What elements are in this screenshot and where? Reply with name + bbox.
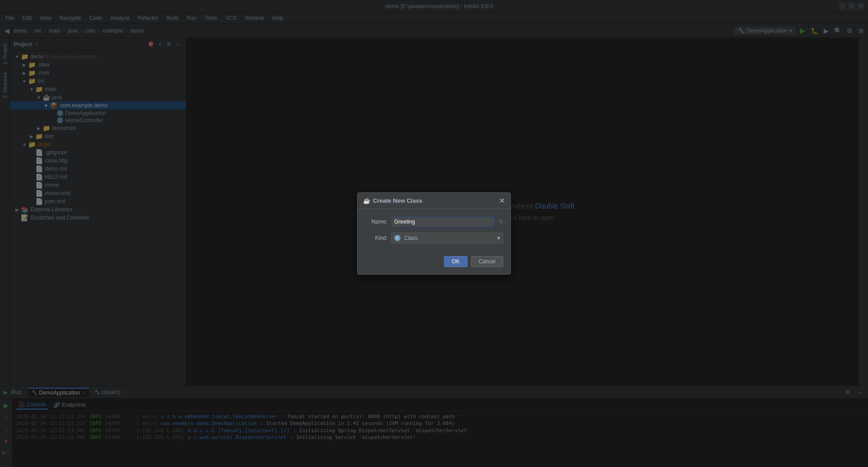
dropdown-arrow-icon: ▾ [497, 235, 500, 241]
sort-icon[interactable]: ⇅ [499, 219, 503, 225]
dialog-close-button[interactable]: ✕ [499, 196, 505, 205]
cancel-button[interactable]: Cancel [471, 256, 503, 267]
dialog-title-bar: ☕ Create New Class ✕ [358, 193, 510, 209]
create-class-dialog: ☕ Create New Class ✕ Name: ⇅ Kind: C Cla… [357, 192, 511, 275]
dialog-title-icon: ☕ [363, 197, 370, 204]
dialog-kind-row: Kind: C Class ▾ [365, 233, 503, 243]
dialog-name-input[interactable] [391, 216, 495, 227]
dialog-kind-select[interactable]: C Class ▾ [391, 233, 503, 243]
dialog-actions: OK Cancel [358, 256, 510, 274]
dialog-body: Name: ⇅ Kind: C Class ▾ [358, 209, 510, 256]
dialog-title: ☕ Create New Class [363, 197, 422, 204]
dialog-name-row: Name: ⇅ [365, 216, 503, 227]
dialog-name-label: Name: [365, 219, 387, 225]
class-dot-icon: C [394, 235, 401, 241]
ok-button[interactable]: OK [444, 256, 467, 267]
dialog-kind-value: Class [404, 235, 418, 241]
dialog-title-text: Create New Class [373, 197, 422, 204]
dialog-kind-label: Kind: [365, 235, 387, 241]
modal-overlay: ☕ Create New Class ✕ Name: ⇅ Kind: C Cla… [0, 0, 868, 467]
